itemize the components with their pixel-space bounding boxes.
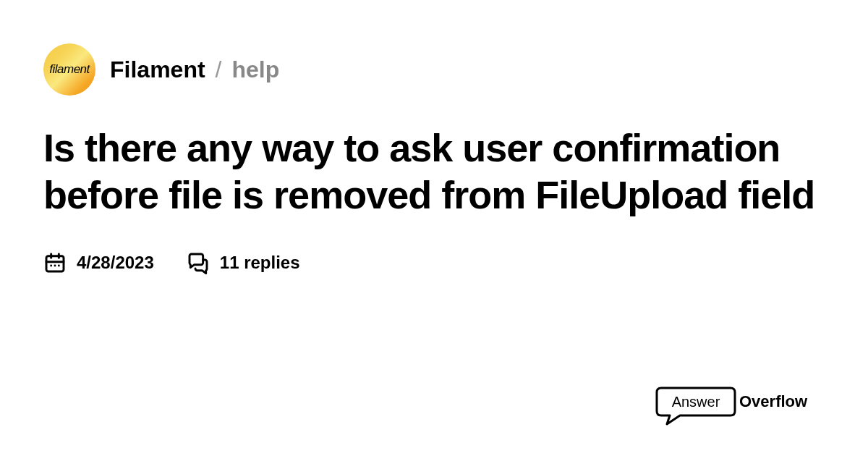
answer-overflow-logo: Answer Overflow xyxy=(651,384,825,427)
replies-icon xyxy=(187,251,210,274)
post-meta: 4/28/2023 11 replies xyxy=(43,251,825,274)
breadcrumb-separator: / xyxy=(216,56,222,83)
post-title: Is there any way to ask user confirmatio… xyxy=(43,124,825,219)
replies-text: 11 replies xyxy=(220,253,300,273)
breadcrumb-channel: help xyxy=(231,56,279,83)
avatar-label: filament xyxy=(49,62,90,77)
logo-text-left: Answer xyxy=(672,394,720,410)
breadcrumb-community: Filament xyxy=(110,56,205,83)
meta-replies: 11 replies xyxy=(187,251,300,274)
calendar-icon xyxy=(43,251,67,274)
breadcrumb: Filament / help xyxy=(110,56,279,83)
meta-date: 4/28/2023 xyxy=(43,251,154,274)
svg-rect-0 xyxy=(46,256,64,271)
header: filament Filament / help xyxy=(43,43,825,96)
community-avatar: filament xyxy=(43,43,95,96)
date-text: 4/28/2023 xyxy=(77,253,154,273)
logo-text-right: Overflow xyxy=(739,392,808,410)
